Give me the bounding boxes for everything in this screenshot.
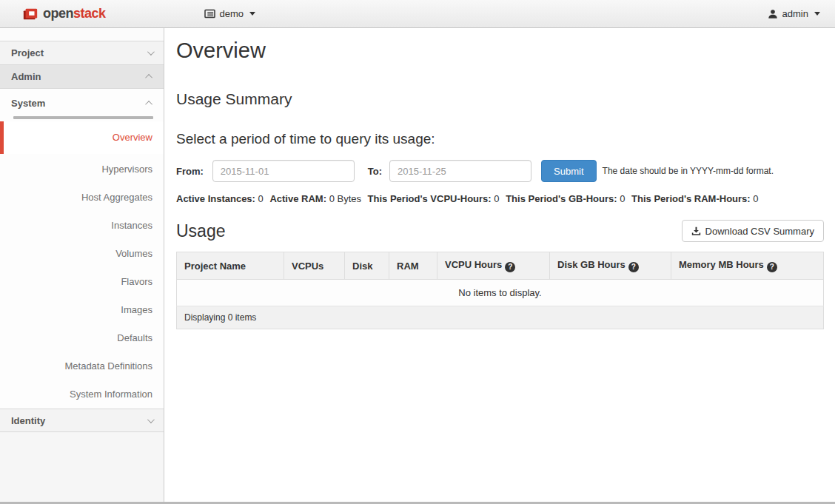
sidebar-item-flavors[interactable]: Flavors [0,268,164,296]
sidebar-top-strip [0,28,164,41]
chevron-down-icon [147,416,155,423]
sidebar-item-host-aggregates[interactable]: Host Aggregates [0,184,164,212]
help-icon[interactable] [628,262,639,272]
sidebar-item-images[interactable]: Images [0,296,164,324]
stat-value: 0 [620,193,625,204]
stat-value: 0 Bytes [329,193,361,204]
help-icon[interactable] [505,262,515,272]
chevron-up-icon [145,74,152,81]
caret-down-icon [814,12,820,16]
chevron-up-icon [145,100,152,107]
user-menu-dropdown[interactable]: admin [768,8,820,19]
stat-label: This Period's GB-Hours: [506,193,617,204]
sidebar-item-defaults[interactable]: Defaults [0,324,164,352]
chevron-down-icon [147,48,155,56]
stat-value: 0 [258,193,264,204]
sidebar-item-volumes[interactable]: Volumes [0,240,164,268]
usage-section-header: Usage Download CSV Summary [176,220,824,242]
items-count: Displaying 0 items [177,306,824,329]
to-label: To: [368,166,382,177]
sidebar-section-label: Admin [11,71,41,82]
usage-table: Project Name VCPUs Disk RAM VCPU Hours D… [176,252,824,329]
help-icon[interactable] [767,262,777,272]
page-title: Overview [176,38,824,63]
date-range-form: From: To: Submit The date should be in Y… [176,160,824,182]
sidebar-section-identity[interactable]: Identity [0,409,164,432]
sidebar-item-system-information[interactable]: System Information [0,380,164,409]
sidebar-section-label: Project [11,47,44,58]
from-label: From: [176,166,204,177]
user-icon [768,9,778,19]
table-header-row: Project Name VCPUs Disk RAM VCPU Hours D… [177,252,824,280]
usage-title: Usage [176,221,225,241]
submit-button[interactable]: Submit [541,160,596,182]
usage-stats-row: Active Instances: 0 Active RAM: 0 Bytes … [176,193,824,204]
sidebar-item-hypervisors[interactable]: Hypervisors [0,155,164,184]
project-switcher-dropdown[interactable]: demo [204,8,256,19]
main-content: Overview Usage Summary Select a period o… [165,38,835,329]
query-period-prompt: Select a period of time to query its usa… [176,131,824,147]
to-date-input[interactable] [389,160,531,182]
column-memory-mb-hours[interactable]: Memory MB Hours [671,252,824,280]
sidebar-group-system[interactable]: System [0,89,164,111]
sidebar-group-label: System [11,98,45,109]
download-csv-label: Download CSV Summary [705,226,814,237]
sidebar-item-instances[interactable]: Instances [0,212,164,240]
table-empty-row: No items to display. [177,280,824,306]
stat-label: This Period's VCPU-Hours: [368,193,492,204]
stat-value: 0 [753,193,758,204]
stat-value: 0 [494,193,499,204]
column-vcpu-hours[interactable]: VCPU Hours [437,252,550,280]
table-footer-row: Displaying 0 items [177,306,824,329]
user-menu-label: admin [782,8,808,19]
stat-label: Active Instances: [176,193,255,204]
sidebar-item-metadata-definitions[interactable]: Metadata Definitions [0,352,164,380]
download-icon [691,226,701,236]
column-project-name[interactable]: Project Name [177,252,284,280]
stat-label: This Period's RAM-Hours: [631,193,751,204]
empty-message: No items to display. [177,280,824,306]
column-disk-gb-hours[interactable]: Disk GB Hours [550,252,671,280]
sidebar-section-project[interactable]: Project [0,41,164,65]
top-navbar: openstack demo admin [0,0,835,28]
sidebar-section-admin[interactable]: Admin [0,65,164,89]
caret-down-icon [249,12,255,16]
sidebar-section-label: Identity [11,415,45,426]
usage-summary-heading: Usage Summary [176,90,824,108]
column-ram[interactable]: RAM [389,252,437,280]
column-disk[interactable]: Disk [345,252,389,280]
system-group-divider [13,116,153,119]
column-vcpus[interactable]: VCPUs [284,252,345,280]
openstack-cube-icon [22,6,38,22]
sidebar-item-overview[interactable]: Overview [0,121,164,154]
download-csv-button[interactable]: Download CSV Summary [682,220,824,242]
stat-label: Active RAM: [269,193,326,204]
sidebar-admin-panel: System Overview Hypervisors Host Aggrega… [0,89,164,409]
date-format-hint: The date should be in YYYY-mm-dd format. [603,166,774,176]
project-list-icon [204,9,215,19]
openstack-logo[interactable]: openstack [22,6,106,22]
sidebar-nav: Project Admin System Overview Hypervisor… [0,28,164,504]
project-switcher-label: demo [220,8,244,19]
brand-text: openstack [43,6,106,21]
from-date-input[interactable] [212,160,355,182]
